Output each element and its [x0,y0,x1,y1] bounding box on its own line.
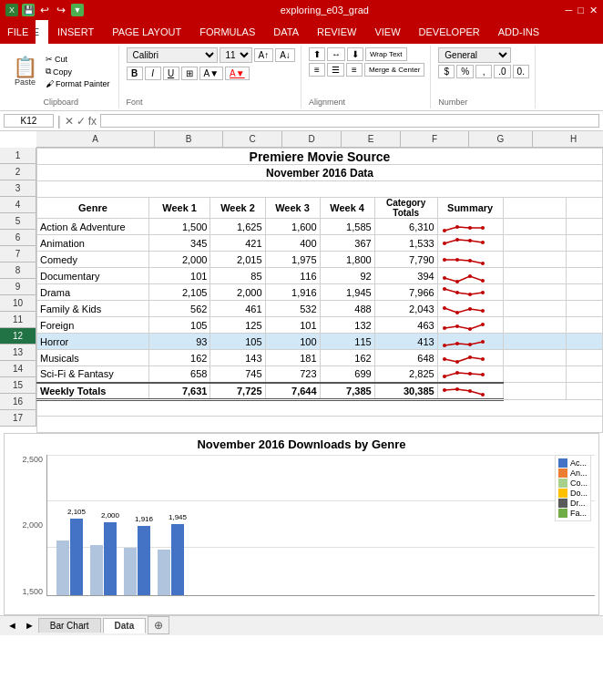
align-center-btn[interactable]: ☰ [327,63,344,77]
cell-w4-12[interactable]: 115 [320,334,374,350]
font-shrink-btn[interactable]: A↓ [275,48,295,62]
formula-input[interactable] [100,114,599,128]
increase-decimal-btn[interactable]: .0 [494,65,510,78]
cell-w1-5[interactable]: 1,500 [148,219,210,235]
cell-w4-6[interactable]: 367 [320,235,374,252]
tab-add-ins[interactable]: ADD-INS [489,20,548,44]
wrap-text-btn[interactable]: Wrap Text [365,47,407,61]
tab-insert[interactable]: INSERT [48,20,103,44]
cell-w1-12[interactable]: 93 [148,334,210,350]
cell-w3-12[interactable]: 100 [265,334,320,350]
cell-w2-11[interactable]: 125 [210,317,265,334]
cell-genre-13[interactable]: Musicals [37,350,149,366]
cell-w3-14[interactable]: 723 [265,366,320,383]
cell-w3-10[interactable]: 532 [265,301,320,317]
font-color-button[interactable]: A▼ [225,67,250,80]
formula-cancel-icon[interactable]: ✕ [65,115,74,128]
cell-w2-8[interactable]: 85 [210,268,265,284]
tab-review[interactable]: REVIEW [308,20,365,44]
cell-w4-14[interactable]: 699 [320,366,374,383]
number-format-select[interactable]: General [438,47,511,63]
cell-w3-6[interactable]: 400 [265,235,320,252]
cell-w3-13[interactable]: 181 [265,350,320,366]
save-icon[interactable]: 💾 [22,4,35,16]
align-middle-btn[interactable]: ↔ [327,47,345,61]
italic-button[interactable]: I [145,67,161,80]
spreadsheet-title[interactable]: Premiere Movie Source [37,149,603,165]
cell-w4-5[interactable]: 1,585 [320,219,374,235]
cut-button[interactable]: ✂ Cut [43,54,113,65]
cell-w2-6[interactable]: 421 [210,235,265,252]
percent-btn[interactable]: % [456,65,474,78]
cell-genre-10[interactable]: Family & Kids [37,301,149,317]
add-sheet-btn[interactable]: ⊕ [148,616,169,634]
undo-icon[interactable]: ↩ [38,4,51,16]
font-size-select[interactable]: 11 [220,47,252,63]
cell-total-11[interactable]: 463 [374,317,437,334]
cell-w2-14[interactable]: 745 [210,366,265,383]
cell-total-8[interactable]: 394 [374,268,437,284]
cell-w3-8[interactable]: 116 [265,268,320,284]
cell-total-14[interactable]: 2,825 [374,366,437,383]
decrease-decimal-btn[interactable]: 0. [513,65,529,78]
formula-confirm-icon[interactable]: ✓ [77,115,86,128]
redo-icon[interactable]: ↪ [55,4,67,16]
cell-w4-13[interactable]: 162 [320,350,374,366]
cell-w3-7[interactable]: 1,975 [265,252,320,268]
cell-w2-5[interactable]: 1,625 [210,219,265,235]
cell-w2-12[interactable]: 105 [210,334,265,350]
cell-w1-8[interactable]: 101 [148,268,210,284]
align-bottom-btn[interactable]: ⬇ [347,47,363,61]
copy-button[interactable]: ⧉ Copy [43,66,113,77]
tab-data[interactable]: Data [103,618,147,633]
comma-btn[interactable]: , [475,65,492,78]
tab-data[interactable]: DATA [264,20,308,44]
cell-genre-14[interactable]: Sci-Fi & Fantasy [37,366,149,383]
cell-w2-13[interactable]: 143 [210,350,265,366]
font-grow-btn[interactable]: A↑ [254,48,274,62]
cell-genre-12[interactable]: Horror [37,334,149,350]
underline-button[interactable]: U [163,67,179,80]
cell-genre-7[interactable]: Comedy [37,252,149,268]
customize-icon[interactable]: ▼ [71,4,84,16]
cell-w1-9[interactable]: 2,105 [148,284,210,301]
cell-genre-8[interactable]: Documentary [37,268,149,284]
cell-w4-9[interactable]: 1,945 [320,284,374,301]
bold-button[interactable]: B [127,67,143,80]
align-left-btn[interactable]: ≡ [309,63,325,77]
cell-w4-10[interactable]: 488 [320,301,374,317]
close-btn[interactable]: ✕ [589,5,598,16]
cell-total-5[interactable]: 6,310 [374,219,437,235]
formula-fx-icon[interactable]: fx [88,115,97,128]
minimize-btn[interactable]: ─ [566,5,573,16]
nav-prev-sheets[interactable]: ◄ [4,620,21,631]
cell-w1-14[interactable]: 658 [148,366,210,383]
cell-w2-7[interactable]: 2,015 [210,252,265,268]
cell-w4-8[interactable]: 92 [320,268,374,284]
cell-total-10[interactable]: 2,043 [374,301,437,317]
cell-genre-5[interactable]: Action & Adventure [37,219,149,235]
align-right-btn[interactable]: ≡ [346,63,363,77]
spreadsheet-subtitle[interactable]: November 2016 Data [37,165,603,181]
cell-w3-11[interactable]: 101 [265,317,320,334]
align-top-btn[interactable]: ⬆ [309,47,325,61]
tab-view[interactable]: VIEW [365,20,409,44]
tab-bar-chart[interactable]: Bar Chart [38,618,101,633]
currency-btn[interactable]: $ [438,65,455,78]
cell-w1-11[interactable]: 105 [148,317,210,334]
cell-total-6[interactable]: 1,533 [374,235,437,252]
font-name-select[interactable]: Calibri [127,47,218,63]
cell-w1-7[interactable]: 2,000 [148,252,210,268]
merge-center-btn[interactable]: Merge & Center [364,63,424,77]
cell-w1-10[interactable]: 562 [148,301,210,317]
cell-total-7[interactable]: 7,790 [374,252,437,268]
tab-file[interactable]: FILE [0,20,36,44]
cell-w4-7[interactable]: 1,800 [320,252,374,268]
paste-button[interactable]: 📋 Paste [9,56,41,88]
cell-w3-5[interactable]: 1,600 [265,219,320,235]
cell-w3-9[interactable]: 1,916 [265,284,320,301]
cell-w1-6[interactable]: 345 [148,235,210,252]
tab-page-layout[interactable]: PAGE LAYOUT [103,20,190,44]
restore-btn[interactable]: □ [577,5,584,16]
cell-total-12[interactable]: 413 [374,334,437,350]
